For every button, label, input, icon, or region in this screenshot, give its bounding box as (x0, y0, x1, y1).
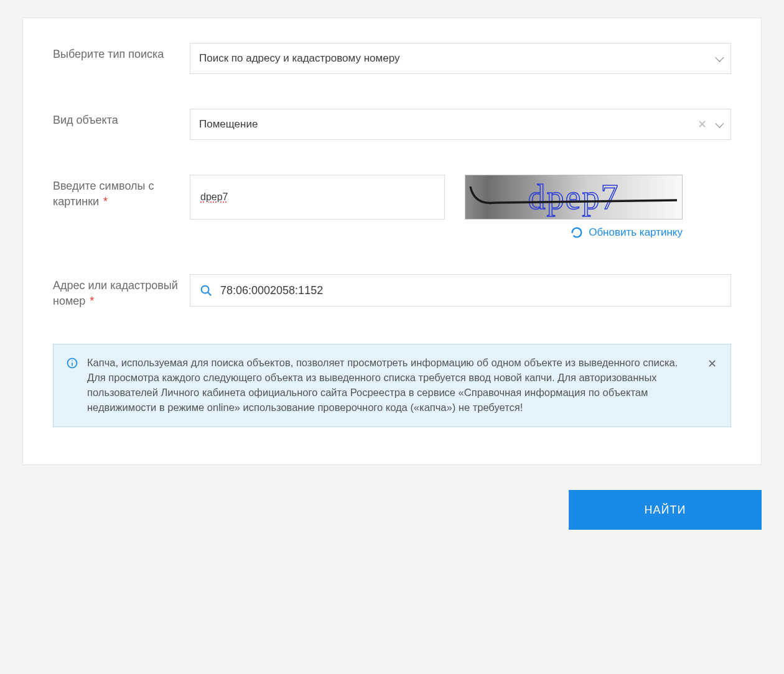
info-box: Капча, используемая для поиска объектов,… (53, 344, 731, 427)
required-asterisk: * (86, 295, 94, 307)
address-label: Адрес или кадастровый номер * (53, 274, 190, 309)
close-icon[interactable]: ✕ (706, 356, 718, 372)
svg-point-4 (72, 361, 73, 362)
search-form-panel: Выберите тип поиска Поиск по адресу и ка… (22, 17, 762, 465)
required-asterisk: * (100, 195, 108, 208)
row-object-kind: Вид объекта Помещение ✕ (53, 109, 731, 140)
captcha-label: Введите символы с картинки * (53, 175, 190, 210)
row-captcha: Введите символы с картинки * dpep7 (53, 175, 731, 239)
row-address: Адрес или кадастровый номер * (53, 274, 731, 309)
clear-icon[interactable]: ✕ (698, 118, 707, 131)
search-type-label: Выберите тип поиска (53, 43, 190, 62)
search-type-value: Поиск по адресу и кадастровому номеру (199, 52, 716, 65)
search-icon (199, 284, 213, 297)
object-kind-label: Вид объекта (53, 109, 190, 128)
svg-point-0 (202, 286, 209, 293)
refresh-captcha-link[interactable]: Обновить картинку (570, 226, 683, 239)
address-input-wrapper (190, 274, 731, 307)
submit-button[interactable]: НАЙТИ (569, 490, 762, 530)
object-kind-value: Помещение (199, 118, 698, 131)
captcha-image: dpep7 (465, 175, 683, 219)
row-search-type: Выберите тип поиска Поиск по адресу и ка… (53, 43, 731, 74)
address-input[interactable] (220, 284, 722, 297)
captcha-strike-line (465, 175, 683, 219)
submit-row: НАЙТИ (22, 490, 762, 530)
refresh-icon (570, 226, 584, 239)
chevron-down-icon (715, 119, 724, 128)
search-type-select[interactable]: Поиск по адресу и кадастровому номеру (190, 43, 731, 74)
chevron-down-icon (715, 53, 724, 62)
svg-line-1 (208, 292, 211, 295)
captcha-input[interactable] (200, 192, 434, 203)
captcha-input-wrapper (190, 175, 445, 219)
refresh-captcha-label: Обновить картинку (589, 226, 683, 239)
info-text: Капча, используемая для поиска объектов,… (87, 356, 698, 415)
object-kind-select[interactable]: Помещение ✕ (190, 109, 731, 140)
address-label-text: Адрес или кадастровый номер (53, 279, 178, 307)
info-icon (66, 357, 78, 372)
